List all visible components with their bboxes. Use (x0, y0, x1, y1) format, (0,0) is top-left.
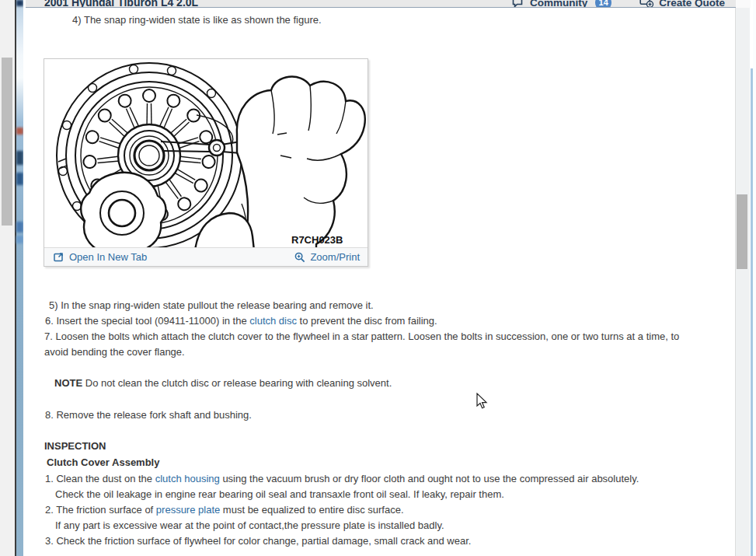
background-blur-dot (16, 128, 23, 135)
open-in-new-icon (54, 252, 64, 262)
step-7-text: 7. Loosen the bolts which attach the clu… (44, 329, 705, 360)
page-toolbar: 2001 Hyundai Tiburon L4 2.0L Community 1… (26, 0, 736, 8)
background-blur-dot (16, 151, 23, 165)
clutch-cover-assembly-heading: Clutch Cover Assembly (47, 455, 159, 470)
link-clutch-disc[interactable]: clutch disc (249, 315, 297, 327)
inspection-item-2: 2. The friction surface of pressure plat… (45, 502, 713, 518)
figure-footer-bar: Open In New Tab Zoom/Print (44, 247, 368, 266)
item-2-post: must be equalized to entire disc surface… (220, 504, 403, 516)
zoom-magnifier-icon (294, 252, 305, 263)
figure-code-label: R7CH023B (291, 234, 343, 246)
link-clutch-housing[interactable]: clutch housing (155, 473, 220, 484)
create-quote-label: Create Quote (659, 0, 725, 8)
inspection-item-3: 3. Check the friction surface of flywhee… (45, 533, 713, 549)
inspection-heading: INSPECTION (44, 439, 106, 454)
community-label: Community (530, 0, 587, 8)
item-1-pre: 1. Clean the dust on the (45, 473, 155, 484)
background-blur-dot (16, 222, 23, 233)
figure-card: R7CH023B Open In New Tab Zoom/Print (44, 58, 368, 267)
vehicle-title: 2001 Hyundai Tiburon L4 2.0L (44, 0, 198, 8)
step-4-text: 4) The snap ring-widen state is like as … (72, 12, 709, 28)
community-chat-icon (512, 0, 525, 8)
create-quote-button[interactable]: Create Quote (639, 0, 725, 8)
inspection-item-2-cont: If any part is excessive wear at the poi… (55, 518, 716, 533)
background-window-strip (16, 0, 23, 556)
right-top-margin (736, 0, 751, 8)
note-label: NOTE (54, 377, 82, 389)
background-scrollbar-thumb (2, 58, 12, 226)
inspection-item-1: 1. Clean the dust on the clutch housing … (45, 471, 721, 487)
open-in-new-tab-label: Open In New Tab (69, 251, 147, 263)
background-blur-dot (16, 236, 23, 243)
step-6-post: to prevent the disc from failing. (297, 315, 437, 327)
content-left-margin (23, 0, 26, 556)
item-1-post: using the vacuum brush or dry floor clot… (220, 473, 639, 484)
step-5-text: 5) In the snap ring-widen state pullout … (49, 298, 702, 313)
background-blur-dot (16, 0, 23, 6)
right-scrollbar-thumb[interactable] (737, 194, 747, 269)
link-pressure-plate[interactable]: pressure plate (156, 504, 220, 516)
mouse-cursor (476, 393, 488, 410)
step-8-text: 8. Remove the release fork shaft and bus… (45, 407, 698, 423)
right-edge-margin (753, 0, 756, 556)
community-badge[interactable]: 14 (595, 0, 611, 8)
clutch-figure-drawing: R7CH023B (44, 59, 368, 247)
right-scrollbar-track[interactable] (735, 8, 750, 556)
note-text: NOTE Do not clean the clutch disc or rel… (54, 376, 707, 391)
create-quote-icon (639, 0, 654, 8)
open-in-new-tab-link[interactable]: Open In New Tab (54, 251, 147, 263)
community-button[interactable]: Community (512, 0, 587, 8)
note-body: Do not clean the clutch disc or release … (82, 377, 392, 389)
background-blur-dot (16, 173, 23, 185)
inspection-item-1-cont: Check the oil leakage in engine rear bea… (55, 487, 716, 502)
zoom-print-label: Zoom/Print (310, 251, 360, 263)
step-6-pre: 6. Insert the special tool (09411-11000)… (45, 315, 249, 327)
item-2-pre: 2. The friction surface of (45, 504, 156, 516)
zoom-print-link[interactable]: Zoom/Print (294, 251, 360, 263)
step-6-text: 6. Insert the special tool (09411-11000)… (45, 313, 713, 329)
